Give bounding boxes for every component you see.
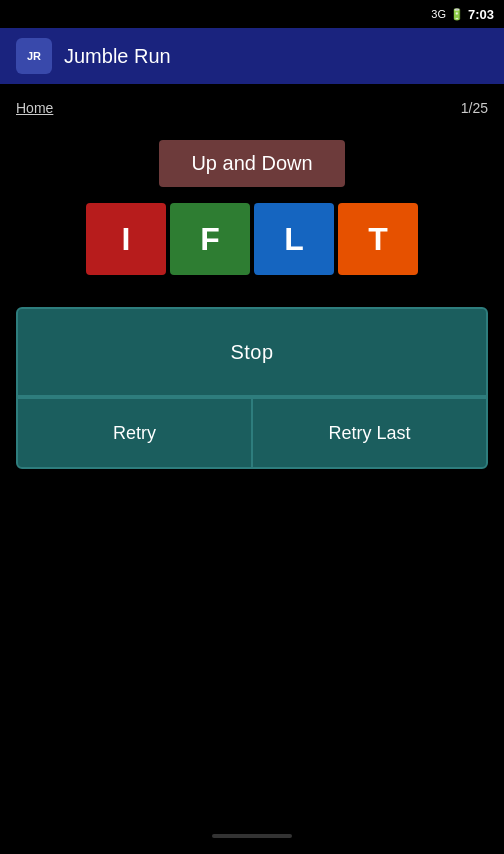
tile-T[interactable]: T — [338, 203, 418, 275]
battery-icon: 🔋 — [450, 8, 464, 21]
time-display: 7:03 — [468, 7, 494, 22]
tile-letter-I: I — [122, 221, 131, 258]
signal-icon: 3G — [431, 8, 446, 20]
category-container: Up and Down — [16, 140, 488, 187]
app-icon-label: JR — [27, 50, 41, 62]
tile-letter-F: F — [200, 221, 220, 258]
buttons-area: Stop Retry Retry Last — [16, 307, 488, 469]
retry-last-button[interactable]: Retry Last — [251, 397, 488, 469]
tile-letter-L: L — [284, 221, 304, 258]
content-area: Home 1/25 Up and Down I F L T Stop Retry… — [0, 84, 504, 477]
page-counter: 1/25 — [461, 100, 488, 116]
tile-F[interactable]: F — [170, 203, 250, 275]
home-link[interactable]: Home — [16, 100, 53, 116]
retry-button[interactable]: Retry — [16, 397, 253, 469]
nav-row: Home 1/25 — [16, 92, 488, 124]
status-icons: 3G 🔋 7:03 — [431, 7, 494, 22]
tile-L[interactable]: L — [254, 203, 334, 275]
app-bar: JR Jumble Run — [0, 28, 504, 84]
tiles-container: I F L T — [16, 203, 488, 275]
tile-letter-T: T — [368, 221, 388, 258]
app-icon: JR — [16, 38, 52, 74]
app-title: Jumble Run — [64, 45, 171, 68]
category-button[interactable]: Up and Down — [159, 140, 344, 187]
status-bar: 3G 🔋 7:03 — [0, 0, 504, 28]
stop-button[interactable]: Stop — [16, 307, 488, 397]
bottom-buttons: Retry Retry Last — [16, 397, 488, 469]
tile-I[interactable]: I — [86, 203, 166, 275]
bottom-indicator — [212, 834, 292, 838]
